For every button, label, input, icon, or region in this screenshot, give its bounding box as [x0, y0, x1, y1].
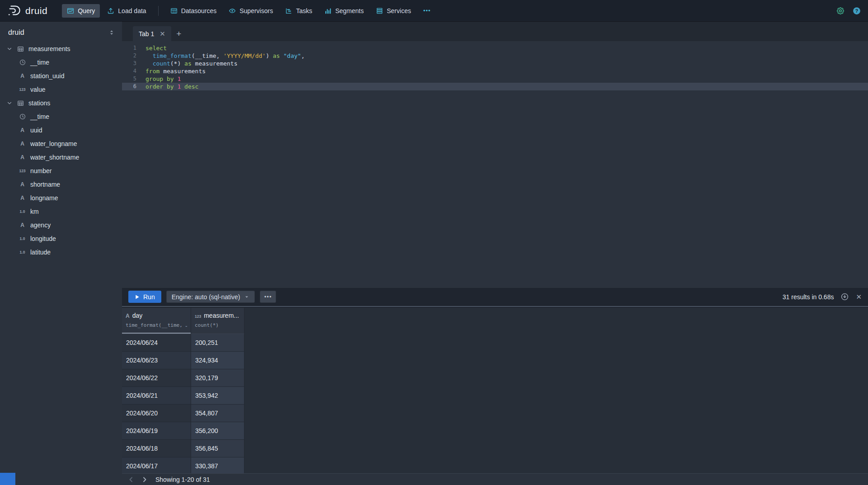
tab-close-icon[interactable]: ✕: [160, 30, 165, 37]
code-line-3: 3 count(*) as measurements: [122, 60, 868, 67]
sidebar-column-uuid[interactable]: Auuid: [0, 123, 122, 137]
schema-title: druid: [8, 28, 24, 37]
sql-editor[interactable]: 1select2 time_format(__time, 'YYYY/MM/dd…: [122, 41, 868, 288]
results-info: 31 results in 0.68s: [783, 293, 834, 301]
sidebar-column-shortname[interactable]: Ashortname: [0, 178, 122, 191]
prev-page-button[interactable]: [125, 474, 137, 485]
sidebar-column-station-uuid[interactable]: Astation_uuid: [0, 69, 122, 83]
table-cell[interactable]: 2024/06/22: [122, 369, 191, 387]
double-caret-vertical-icon[interactable]: [108, 29, 115, 36]
code-text: order by 1 desc: [145, 83, 198, 90]
tasks-icon: [285, 7, 292, 14]
column-header-day[interactable]: Adaytime_format(__time, …: [122, 308, 191, 334]
code-line-4: 4from measurements: [122, 67, 868, 75]
query-more-button[interactable]: •••: [260, 291, 276, 303]
new-tab-button[interactable]: +: [171, 26, 187, 41]
time-icon: [18, 113, 27, 120]
sidebar-column-time[interactable]: __time: [0, 56, 122, 69]
navbar-items: QueryLoad dataDatasourcesSupervisorsTask…: [62, 4, 436, 18]
code-line-1: 1select: [122, 44, 868, 52]
column-name: latitude: [30, 249, 51, 256]
more-icon: •••: [423, 8, 431, 14]
nav-item-datasources[interactable]: Datasources: [165, 4, 222, 18]
table-row: 2024/06/20354,807: [122, 405, 868, 422]
nav-item-services[interactable]: Services: [371, 4, 416, 18]
string-icon: A: [18, 127, 27, 133]
column-name: 123measurem...: [195, 312, 240, 319]
app-body: druid measurements__timeAstation_uuid123…: [0, 21, 868, 485]
next-page-button[interactable]: [138, 474, 151, 485]
column-name: number: [30, 167, 52, 174]
sidebar-column-water-shortname[interactable]: Awater_shortname: [0, 151, 122, 164]
nav-item-label: Query: [78, 7, 95, 14]
table-name: stations: [28, 99, 50, 107]
sidebar-column-water-longname[interactable]: Awater_longname: [0, 137, 122, 151]
pagination-bar: Showing 1-20 of 31: [122, 473, 868, 485]
code-text: from measurements: [145, 67, 206, 75]
sidebar-column-value[interactable]: 123value: [0, 83, 122, 96]
table-cell[interactable]: 2024/06/19: [122, 422, 191, 440]
more-icon: •••: [264, 294, 272, 300]
table-cell[interactable]: 2024/06/24: [122, 334, 191, 352]
table-cell[interactable]: 354,807: [191, 405, 244, 422]
settings-gear-icon[interactable]: [836, 7, 845, 15]
float-icon: 1.0: [18, 237, 27, 241]
druid-logo-icon: [7, 5, 21, 17]
run-label: Run: [143, 293, 155, 301]
bottom-left-blue-badge[interactable]: [0, 473, 15, 485]
tab-tab1[interactable]: Tab 1 ✕: [133, 26, 171, 41]
column-name: station_uuid: [30, 72, 65, 80]
load-data-icon: [107, 7, 114, 14]
table-cell[interactable]: 356,845: [191, 440, 244, 457]
column-expression: count(*): [195, 322, 240, 328]
run-button[interactable]: Run: [128, 291, 161, 303]
nav-item-tasks[interactable]: Tasks: [280, 4, 317, 18]
close-results-icon[interactable]: ✕: [856, 293, 862, 301]
sidebar-table-stations[interactable]: stations: [0, 96, 122, 110]
table-row: 2024/06/23324,934: [122, 352, 868, 369]
nav-item-label: Services: [387, 7, 411, 14]
column-name: shortname: [30, 181, 60, 188]
table-cell[interactable]: 200,251: [191, 334, 244, 352]
code-line-2: 2 time_format(__time, 'YYYY/MM/dd') as "…: [122, 52, 868, 60]
sidebar-column-longitude[interactable]: 1.0longitude: [0, 232, 122, 245]
nav-item-more[interactable]: •••: [418, 4, 436, 18]
help-icon[interactable]: ?: [853, 7, 861, 15]
table-cell[interactable]: 330,387: [191, 457, 244, 473]
column-name: agency: [30, 221, 51, 229]
navbar-divider: [158, 6, 159, 16]
nav-item-query[interactable]: Query: [62, 4, 100, 18]
code-line-5: 5group by 1: [122, 75, 868, 83]
sidebar-column-km[interactable]: 1.0km: [0, 205, 122, 218]
table-cell[interactable]: 2024/06/20: [122, 405, 191, 422]
table-cell[interactable]: 2024/06/18: [122, 440, 191, 457]
table-cell[interactable]: 324,934: [191, 352, 244, 369]
brand[interactable]: druid: [7, 5, 47, 17]
sidebar-table-measurements[interactable]: measurements: [0, 42, 122, 56]
nav-item-segments[interactable]: Segments: [319, 4, 369, 18]
nav-item-supervisors[interactable]: Supervisors: [224, 4, 278, 18]
table-cell[interactable]: 356,200: [191, 422, 244, 440]
services-icon: [376, 7, 383, 14]
code-text: group by 1: [145, 75, 181, 83]
sidebar-column-time[interactable]: __time: [0, 110, 122, 123]
sidebar-column-number[interactable]: 123number: [0, 164, 122, 178]
schema-header[interactable]: druid: [0, 23, 122, 42]
code-text: select: [145, 44, 167, 52]
sidebar-column-longname[interactable]: Alongname: [0, 191, 122, 205]
download-results-icon[interactable]: [841, 293, 849, 301]
sidebar-column-latitude[interactable]: 1.0latitude: [0, 245, 122, 259]
caret-down-icon: [244, 294, 249, 300]
engine-select[interactable]: Engine: auto (sql-native): [166, 291, 255, 303]
table-cell[interactable]: 2024/06/23: [122, 352, 191, 369]
column-header-measurem[interactable]: 123measurem...count(*): [191, 308, 244, 334]
table-name: measurements: [28, 45, 70, 52]
table-cell[interactable]: 353,942: [191, 387, 244, 405]
table-cell[interactable]: 2024/06/21: [122, 387, 191, 405]
nav-item-load-data[interactable]: Load data: [102, 4, 151, 18]
table-cell[interactable]: 2024/06/17: [122, 457, 191, 473]
sidebar-column-agency[interactable]: Aagency: [0, 218, 122, 232]
main-panel: Tab 1 ✕ + 1select2 time_format(__time, '…: [122, 21, 868, 485]
pagination-text: Showing 1-20 of 31: [155, 476, 210, 483]
table-cell[interactable]: 320,179: [191, 369, 244, 387]
